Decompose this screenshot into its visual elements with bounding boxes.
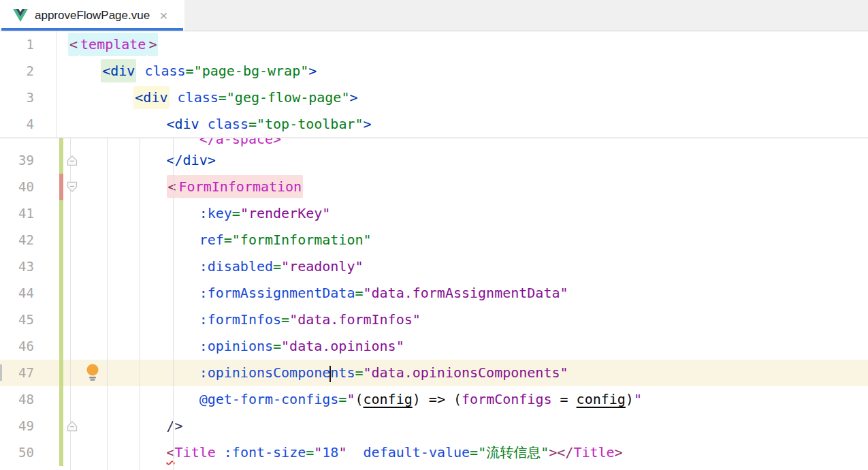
gutter-cell: 50 [0, 439, 68, 466]
code-text[interactable]: <template> [68, 31, 868, 58]
close-icon[interactable]: × [159, 8, 167, 22]
code-line-41[interactable]: 41 :key="renderKey" [0, 200, 868, 227]
gutter-cell: 40 [0, 174, 68, 200]
gutter-cell: 43 [0, 253, 68, 280]
gutter-cell: 42 [0, 227, 68, 253]
line-number: 1 [27, 31, 34, 58]
vcs-added-marker [59, 138, 63, 147]
code-line-46[interactable]: 46 :opinions="data.opinions" [0, 333, 868, 360]
code-text[interactable]: :formInfos="data.formInfos" [68, 307, 868, 333]
code-text[interactable]: :formAssignmentData="data.formAssignment… [68, 280, 868, 307]
token-plain: = [551, 391, 576, 407]
code-text[interactable]: ref="formInformation" [68, 227, 868, 253]
token-eq: = [232, 205, 240, 221]
fold-up-icon[interactable] [66, 420, 78, 435]
vcs-added-marker [59, 147, 63, 174]
code-line-4[interactable]: 4 <div class="top-toolbar"> [0, 111, 868, 138]
token-attr: :formAssignmentData [199, 285, 355, 301]
code-line-43[interactable]: 43 :disabled="readonly" [0, 253, 868, 280]
token-plain [347, 444, 363, 460]
token-cbr: < [69, 36, 78, 52]
token-attr: class [144, 63, 185, 79]
code-text[interactable]: :key="renderKey" [68, 200, 868, 227]
vcs-added-marker [59, 280, 63, 307]
line-number: 44 [18, 280, 34, 307]
token-plain [216, 444, 224, 460]
code-line-44[interactable]: 44 :formAssignmentData="data.formAssignm… [0, 280, 868, 307]
context-highlight: <div [133, 86, 169, 109]
token-tag: <div [167, 116, 199, 132]
code-text[interactable]: <div class="page-bg-wrap"> [68, 58, 868, 84]
code-text[interactable]: @get-form-configs="(config) => (formConf… [68, 386, 868, 413]
line-number: 42 [18, 227, 34, 253]
token-expr: " [314, 444, 322, 460]
context-highlight: <div [101, 59, 136, 82]
token-attr: ref [199, 232, 224, 248]
tab-title: approveFlowPage.vue [35, 9, 150, 22]
code-line-3[interactable]: 3 <div class="geg-flow-page"> [0, 84, 868, 111]
token-tag: > [308, 63, 317, 79]
gutter-cell: 46 [0, 333, 68, 360]
token-comp: </a-space> [199, 138, 281, 147]
token-comp: Title [573, 444, 614, 460]
token-eq: = [355, 285, 363, 301]
token-attr: :opinions [199, 338, 273, 354]
code-text[interactable]: :disabled="readonly" [68, 253, 868, 280]
code-text[interactable]: /> [68, 413, 868, 439]
code-line-48[interactable]: 48 @get-form-configs="(config) => (formC… [0, 386, 868, 413]
lightbulb-icon[interactable] [86, 363, 99, 384]
code-text[interactable]: </a-space> [68, 138, 868, 147]
line-number: 41 [18, 200, 34, 227]
line-number: 47 [18, 360, 34, 386]
code-line-39[interactable]: 39 </div> [0, 147, 868, 174]
token-eq: = [306, 444, 314, 460]
code-line-47[interactable]: 47 :opinionsComponents="data.opinionsCom… [0, 360, 868, 386]
code-line-1[interactable]: 1<template> [0, 31, 868, 58]
vcs-added-marker [59, 227, 63, 253]
code-line-50[interactable]: 50 <Title :font-size="18" default-value=… [0, 439, 868, 466]
fold-up-icon[interactable] [66, 155, 78, 169]
context-highlight: template [79, 33, 147, 56]
token-tagend: /> [167, 418, 183, 434]
code-text[interactable]: <div class="top-toolbar"> [68, 111, 868, 138]
token-plain [199, 116, 208, 132]
tab-approveflowpage[interactable]: approveFlowPage.vue × [0, 0, 184, 31]
code-line-42[interactable]: 42 ref="formInformation" [0, 227, 868, 253]
token-attr: :opinionsCompone [199, 364, 331, 381]
code-line-2[interactable]: 2 <div class="page-bg-wrap"> [0, 58, 868, 84]
token-str: "formInformation" [232, 232, 372, 248]
code-text[interactable]: <Title :font-size="18" default-value="流转… [68, 439, 868, 466]
token-attr: :font-size [224, 444, 306, 460]
token-plain: ( [355, 391, 363, 407]
token-str: "page-bg-wrap" [194, 63, 309, 79]
vcs-added-marker [59, 360, 63, 386]
code-line-partial[interactable]: </a-space> [0, 138, 868, 147]
token-eq: = [273, 338, 281, 354]
token-eq: = [186, 63, 194, 79]
code-text[interactable]: <FormInformation [68, 174, 868, 200]
code-text[interactable]: </div> [68, 147, 868, 174]
context-highlight: < [167, 175, 178, 198]
code-text[interactable]: <div class="geg-flow-page"> [68, 84, 868, 111]
token-comp: FormInformation [179, 178, 302, 195]
vue-icon [13, 9, 28, 22]
token-expr: "renderKey" [240, 205, 330, 221]
token-num: 18 [322, 444, 338, 460]
code-line-49[interactable]: 49 /> [0, 413, 868, 439]
line-number: 4 [27, 111, 34, 138]
vcs-added-marker [59, 386, 63, 413]
code-line-45[interactable]: 45 :formInfos="data.formInfos" [0, 307, 868, 333]
token-eq: = [281, 311, 289, 328]
code-text[interactable]: :opinions="data.opinions" [68, 333, 868, 360]
token-comp: template [80, 36, 146, 52]
code-text[interactable]: :opinionsComponents="data.opinionsCompon… [68, 360, 868, 386]
token-cbr: > [549, 444, 557, 460]
token-str: "geg-flow-page" [227, 89, 350, 106]
code-line-40[interactable]: 40 <FormInformation [0, 174, 868, 200]
fold-down-icon[interactable] [66, 181, 78, 195]
token-expr: "data.opinions" [281, 338, 404, 354]
gutter-cell [0, 138, 68, 147]
code-editor[interactable]: 1<template>2 <div class="page-bg-wrap">3… [0, 31, 868, 470]
context-highlight: < [68, 33, 79, 56]
token-eq: = [219, 89, 227, 106]
